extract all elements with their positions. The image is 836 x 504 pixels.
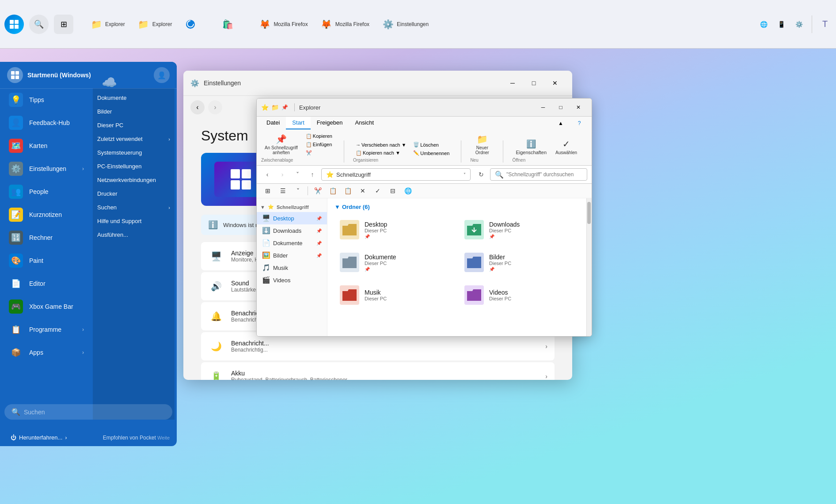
tab-freigeben[interactable]: Freigeben [311, 117, 349, 129]
tab-start[interactable]: Start [286, 117, 310, 129]
sidebar-item-dokumente[interactable]: 📄 Dokumente 📌 [257, 237, 327, 249]
right-item-netzwerk[interactable]: Netzwerkverbindungen [93, 173, 175, 187]
grid-item-videos[interactable]: Videos Dieser PC [459, 281, 579, 309]
grid-item-downloads[interactable]: Downloads Dieser PC 📌 [459, 216, 579, 244]
right-item-bilder[interactable]: Bilder [93, 105, 175, 118]
anheften-button[interactable]: 📌 An Schnellzugriffanheften [261, 132, 301, 157]
task-view-button[interactable]: ⊞ [54, 15, 73, 34]
kopieren-nach-button[interactable]: 📋 Kopieren nach ▼ [353, 149, 409, 157]
loeschen-button[interactable]: 🗑️ Löschen [410, 141, 452, 148]
start-button[interactable] [4, 15, 24, 34]
addr-down-button[interactable]: ˅ [291, 168, 304, 181]
scrollbar-thumb[interactable] [587, 202, 591, 224]
start-item-karten[interactable]: 🗺️ Karten [0, 134, 93, 157]
addr-forward-button[interactable]: › [276, 168, 289, 181]
addr-up-button[interactable]: ↑ [306, 168, 319, 181]
select-all-tool-button[interactable]: 🌐 [401, 186, 414, 196]
right-item-dieserpc[interactable]: Dieser PC [93, 118, 175, 132]
settings-minimize-button[interactable]: ─ [502, 76, 523, 90]
taskbar-app-settings[interactable]: ⚙️ Einstellungen [376, 11, 434, 38]
start-item-editor[interactable]: 📄 Editor [0, 272, 93, 295]
tab-datei[interactable]: Datei [260, 117, 286, 129]
start-item-rechner[interactable]: 🔢 Rechner [0, 226, 93, 249]
start-item-tipps[interactable]: 💡 Tipps [0, 88, 93, 111]
taskbar-app-firefox2[interactable]: 🦊 Mozilla Firefox [315, 11, 375, 38]
eigenschaften-button[interactable]: ℹ️ Eigenschaften [512, 137, 550, 157]
start-item-programme[interactable]: 📋 Programme › [0, 318, 93, 341]
zwischenablage-label: Zwischenablage [261, 158, 335, 163]
right-item-pceinstellungen[interactable]: PC-Einstellungen [93, 159, 175, 173]
grid-item-dokumente[interactable]: Dokumente Dieser PC 📌 [334, 248, 455, 277]
addr-search-box[interactable]: 🔍 [490, 168, 587, 181]
delete-tool-button[interactable]: ✕ [356, 186, 369, 196]
grid-item-desktop[interactable]: Desktop Dieser PC 📌 [334, 216, 455, 244]
start-item-feedback[interactable]: 👤 Feedback-Hub [0, 111, 93, 134]
settings-maximize-button[interactable]: □ [524, 76, 544, 90]
search-input[interactable] [24, 409, 165, 416]
start-item-xbox[interactable]: 🎮 Xbox Game Bar [0, 295, 93, 318]
search-button[interactable]: 🔍 [29, 15, 49, 34]
sidebar-item-bilder[interactable]: 🖼️ Bilder 📌 [257, 249, 327, 261]
taskbar-teams-icon[interactable]: T [818, 19, 832, 30]
paste-tool-button[interactable]: 📋 [341, 186, 354, 196]
right-item-zuletzt[interactable]: Zuletzt verwendet › [93, 132, 175, 146]
taskbar-gear-icon[interactable]: ⚙️ [792, 19, 806, 30]
sidebar-item-downloads[interactable]: ⬇️ Downloads 📌 [257, 224, 327, 237]
addr-search-input[interactable] [506, 171, 582, 178]
copy-tool-button[interactable]: 📋 [326, 186, 339, 196]
sidebar-item-musik[interactable]: 🎵 Musik [257, 261, 327, 274]
start-item-kurznotizen[interactable]: 📝 Kurznotizen [0, 203, 93, 226]
grid-item-musik[interactable]: Musik Dieser PC [334, 281, 455, 309]
settings-close-button[interactable]: ✕ [545, 76, 565, 90]
settings-forward-button[interactable]: › [208, 100, 222, 114]
taskbar-app-explorer1[interactable]: 📁 Explorer [85, 11, 130, 38]
taskbar-app-edge[interactable] [179, 11, 214, 38]
tab-ansicht[interactable]: Ansicht [349, 117, 380, 129]
taskbar-app-store[interactable]: 🛍️ [216, 11, 251, 38]
address-bar[interactable]: ⭐ Schnellzugriff ˅ [321, 168, 471, 181]
right-item-hilfe[interactable]: Hilfe und Support [93, 214, 175, 228]
einfuegen-button[interactable]: 📋 Einfügen [303, 141, 335, 148]
start-item-apps[interactable]: 📦 Apps › [0, 341, 93, 364]
start-menu-user-button[interactable]: 👤 [154, 67, 170, 83]
view-down-button[interactable]: ˅ [291, 186, 304, 196]
start-item-people[interactable]: 👥 People [0, 180, 93, 203]
properties-tool-button[interactable]: ⊟ [386, 186, 399, 196]
settings-back-button[interactable]: ‹ [190, 100, 205, 114]
cut-button[interactable]: ✂️ [303, 149, 335, 157]
explorer-scrollbar[interactable] [586, 198, 592, 337]
addr-refresh-button[interactable]: ↻ [475, 168, 487, 181]
start-search-bar[interactable]: 🔍 [4, 404, 172, 420]
sidebar-item-videos[interactable]: 🎬 Videos [257, 274, 327, 286]
kopieren-button[interactable]: 📋 Kopieren [303, 133, 335, 140]
explorer-close-button[interactable]: ✕ [570, 101, 587, 114]
right-item-suchen[interactable]: Suchen › [93, 201, 175, 214]
view-tiles-button[interactable]: ⊞ [261, 186, 274, 196]
explorer-minimize-button[interactable]: ─ [534, 101, 552, 114]
view-list-button[interactable]: ☰ [276, 186, 289, 196]
grid-item-bilder[interactable]: Bilder Dieser PC 📌 [459, 248, 579, 277]
taskbar-network-icon[interactable]: 🌐 [757, 19, 770, 30]
right-item-systemsteuerung[interactable]: Systemsteuerung [93, 146, 175, 159]
rename-tool-button[interactable]: ✓ [371, 186, 384, 196]
settings-akku-row[interactable]: 🔋 Akku Ruhezustand, Batterieverbrauch, B… [201, 362, 555, 380]
taskbar-app-firefox1[interactable]: 🦊 Mozilla Firefox [253, 11, 313, 38]
explorer-maximize-button[interactable]: □ [552, 101, 570, 114]
taskbar-app-explorer2[interactable]: 📁 Explorer [132, 11, 178, 38]
ribbon-up-button[interactable]: ▲ [552, 117, 570, 129]
neuer-ordner-button[interactable]: 📁 NeuerOrdner [470, 132, 494, 157]
cut-tool-button[interactable]: ✂️ [311, 186, 324, 196]
herunterfahren-button[interactable]: ⏻ Herunterfahren... › [7, 432, 71, 443]
ribbon-help-button[interactable]: ? [570, 117, 588, 129]
umbenennen-button[interactable]: ✏️ Umbenennen [410, 149, 452, 157]
start-item-einstellungen[interactable]: ⚙️ Einstellungen › [0, 157, 93, 180]
sidebar-item-desktop[interactable]: 🖥️ Desktop 📌 [257, 212, 327, 224]
start-item-paint[interactable]: 🎨 Paint [0, 249, 93, 272]
right-item-dokumente[interactable]: Dokumente [93, 91, 175, 105]
right-item-drucker[interactable]: Drucker [93, 187, 175, 201]
addr-back-button[interactable]: ‹ [261, 168, 274, 181]
auswaehlen-button[interactable]: ✓ Auswählen [552, 137, 581, 157]
verschieben-button[interactable]: → Verschieben nach ▼ [353, 141, 409, 148]
taskbar-phone-icon[interactable]: 📱 [775, 19, 788, 30]
right-item-ausfuehren[interactable]: Ausführen... [93, 228, 175, 242]
